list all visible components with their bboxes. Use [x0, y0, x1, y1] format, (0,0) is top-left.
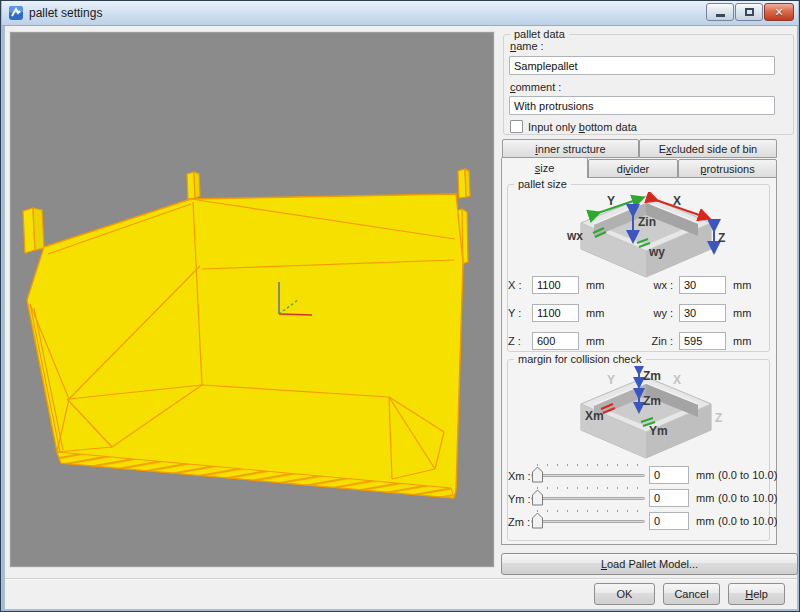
- xm-range: (0.0 to 10.0): [718, 469, 777, 481]
- name-label: name :: [510, 40, 544, 52]
- ym-value-input[interactable]: [649, 489, 689, 507]
- svg-text:Zin: Zin: [638, 215, 656, 229]
- wy-label: wy :: [635, 307, 673, 319]
- svg-text:Zm: Zm: [643, 394, 661, 408]
- zm-value-input[interactable]: [649, 512, 689, 530]
- wy-input[interactable]: [679, 304, 726, 322]
- zm-slider-ticks: [537, 510, 639, 512]
- svg-text:Z: Z: [715, 411, 722, 425]
- comment-label: comment :: [510, 81, 561, 93]
- maximize-icon: [745, 8, 754, 16]
- svg-text:Y: Y: [607, 194, 615, 208]
- x-input[interactable]: [532, 276, 579, 294]
- cancel-button[interactable]: Cancel: [663, 583, 720, 605]
- tab-protrusions[interactable]: protrusions: [678, 159, 777, 178]
- app-icon: [8, 5, 24, 21]
- zin-unit: mm: [733, 335, 751, 347]
- wx-unit: mm: [733, 279, 751, 291]
- tab-inner-structure[interactable]: inner structure: [502, 139, 639, 158]
- pallet-size-diagram: Y X Zin wx Z wy: [565, 192, 727, 280]
- svg-text:X: X: [673, 194, 681, 208]
- zm-slider-track[interactable]: [531, 520, 645, 523]
- help-button[interactable]: Help: [728, 583, 785, 605]
- footer-separator: [5, 578, 797, 580]
- ym-slider-ticks: [537, 487, 639, 489]
- zin-label: Zin :: [635, 335, 673, 347]
- svg-text:Xm: Xm: [585, 409, 604, 423]
- margin-diagram: Y X Z Zm Zm Xm Ym: [565, 366, 727, 461]
- 3d-viewport[interactable]: [9, 31, 495, 568]
- zm-slider-thumb[interactable]: [532, 512, 543, 529]
- svg-text:Y: Y: [607, 373, 615, 387]
- svg-text:Z: Z: [718, 231, 725, 245]
- titlebar[interactable]: pallet settings ✕: [2, 1, 798, 26]
- svg-text:Zm: Zm: [643, 369, 661, 383]
- xm-value-input[interactable]: [649, 466, 689, 484]
- y-input[interactable]: [532, 304, 579, 322]
- y-unit: mm: [586, 307, 604, 319]
- svg-text:wx: wx: [566, 229, 583, 243]
- svg-text:wy: wy: [648, 245, 665, 259]
- window-title: pallet settings: [29, 6, 102, 20]
- svg-text:Ym: Ym: [649, 424, 668, 438]
- pallet-settings-dialog: pallet settings ✕: [0, 0, 800, 612]
- tab-size[interactable]: size: [501, 157, 588, 178]
- close-icon: ✕: [774, 7, 783, 18]
- load-pallet-model-button[interactable]: Load Pallet Model...: [501, 553, 798, 575]
- dialog-client-area: pallet data name : comment : Input only …: [5, 26, 797, 609]
- comment-input[interactable]: [509, 96, 775, 115]
- z-label: Z :: [508, 335, 521, 347]
- xm-slider-thumb[interactable]: [532, 466, 543, 483]
- xm-slider-label: Xm :: [508, 470, 531, 482]
- zin-input[interactable]: [679, 332, 726, 350]
- wx-label: wx :: [635, 279, 673, 291]
- input-only-bottom-label[interactable]: Input only bottom data: [528, 121, 637, 133]
- tab-divider[interactable]: divider: [588, 159, 678, 178]
- ym-slider-thumb[interactable]: [532, 489, 543, 506]
- pallet-size-group-label: pallet size: [514, 178, 571, 190]
- pallet-data-group-label: pallet data: [510, 28, 569, 40]
- input-only-bottom-checkbox[interactable]: [510, 120, 523, 133]
- svg-text:X: X: [673, 373, 681, 387]
- name-input[interactable]: [509, 56, 775, 75]
- minimize-button[interactable]: [706, 3, 734, 21]
- x-unit: mm: [586, 279, 604, 291]
- x-label: X :: [508, 279, 521, 291]
- ok-button[interactable]: OK: [594, 583, 655, 605]
- pallet-3d-model: [10, 32, 494, 567]
- wx-input[interactable]: [679, 276, 726, 294]
- close-button[interactable]: ✕: [764, 3, 794, 21]
- zm-unit: mm: [696, 515, 714, 527]
- margin-group-label: margin for collision check: [514, 353, 646, 365]
- xm-unit: mm: [696, 469, 714, 481]
- wy-unit: mm: [733, 307, 751, 319]
- xm-slider-ticks: [537, 464, 639, 466]
- ym-slider-track[interactable]: [531, 497, 645, 500]
- xm-slider-track[interactable]: [531, 474, 645, 477]
- ym-slider-label: Ym :: [508, 493, 531, 505]
- zm-range: (0.0 to 10.0): [718, 515, 777, 527]
- z-input[interactable]: [532, 332, 579, 350]
- ym-unit: mm: [696, 492, 714, 504]
- zm-slider-label: Zm :: [508, 516, 530, 528]
- minimize-icon: [716, 14, 725, 17]
- maximize-button[interactable]: [735, 3, 763, 21]
- tab-excluded-side-of-bin[interactable]: Excluded side of bin: [639, 139, 777, 158]
- y-label: Y :: [508, 307, 521, 319]
- z-unit: mm: [586, 335, 604, 347]
- ym-range: (0.0 to 10.0): [718, 492, 777, 504]
